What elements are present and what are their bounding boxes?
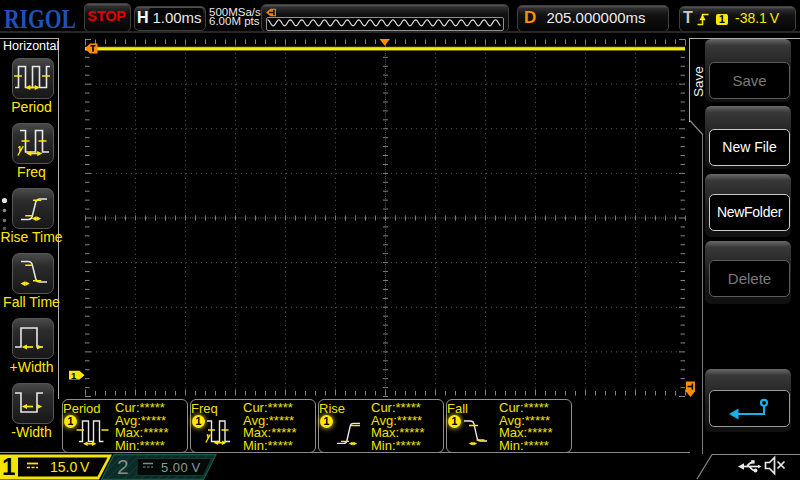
svg-text:1: 1 [71, 370, 77, 381]
